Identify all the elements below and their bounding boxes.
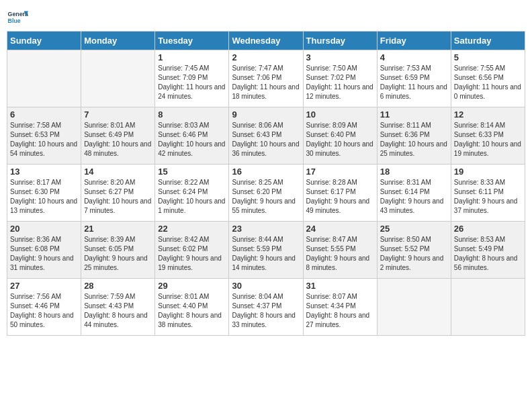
page-header: General Blue — [7, 7, 525, 28]
calendar-week-5: 27Sunrise: 7:56 AM Sunset: 4:46 PM Dayli… — [7, 279, 525, 336]
day-number: 18 — [380, 167, 448, 177]
calendar: SundayMondayTuesdayWednesdayThursdayFrid… — [7, 31, 525, 336]
calendar-cell: 24Sunrise: 8:47 AM Sunset: 5:55 PM Dayli… — [303, 222, 377, 279]
calendar-cell — [451, 279, 525, 336]
calendar-cell — [81, 50, 155, 107]
calendar-cell — [377, 279, 451, 336]
cell-info: Sunrise: 8:04 AM Sunset: 4:37 PM Dayligh… — [232, 292, 300, 330]
calendar-cell: 18Sunrise: 8:31 AM Sunset: 6:14 PM Dayli… — [377, 165, 451, 222]
calendar-cell: 8Sunrise: 8:03 AM Sunset: 6:46 PM Daylig… — [155, 107, 229, 165]
cell-info: Sunrise: 8:28 AM Sunset: 6:17 PM Dayligh… — [306, 178, 374, 216]
cell-info: Sunrise: 8:07 AM Sunset: 4:34 PM Dayligh… — [306, 292, 374, 330]
cell-info: Sunrise: 8:06 AM Sunset: 6:43 PM Dayligh… — [232, 121, 300, 158]
calendar-cell: 21Sunrise: 8:39 AM Sunset: 6:05 PM Dayli… — [81, 222, 155, 279]
calendar-cell: 14Sunrise: 8:20 AM Sunset: 6:27 PM Dayli… — [81, 165, 155, 222]
calendar-cell: 3Sunrise: 7:50 AM Sunset: 7:02 PM Daylig… — [303, 50, 377, 107]
logo-icon: General Blue — [7, 7, 28, 28]
cell-info: Sunrise: 7:59 AM Sunset: 4:43 PM Dayligh… — [84, 292, 152, 330]
cell-info: Sunrise: 8:22 AM Sunset: 6:24 PM Dayligh… — [158, 178, 226, 216]
day-number: 8 — [158, 109, 226, 120]
calendar-cell: 11Sunrise: 8:11 AM Sunset: 6:36 PM Dayli… — [377, 107, 451, 165]
cell-info: Sunrise: 8:47 AM Sunset: 5:55 PM Dayligh… — [306, 235, 374, 273]
calendar-week-1: 1Sunrise: 7:45 AM Sunset: 7:09 PM Daylig… — [7, 50, 525, 107]
cell-info: Sunrise: 8:36 AM Sunset: 6:08 PM Dayligh… — [10, 235, 78, 273]
day-number: 23 — [232, 224, 300, 234]
cell-info: Sunrise: 7:58 AM Sunset: 6:53 PM Dayligh… — [10, 121, 78, 158]
cell-info: Sunrise: 8:31 AM Sunset: 6:14 PM Dayligh… — [380, 178, 448, 216]
cell-info: Sunrise: 7:47 AM Sunset: 7:06 PM Dayligh… — [232, 64, 300, 101]
logo: General Blue — [7, 7, 28, 28]
calendar-cell: 30Sunrise: 8:04 AM Sunset: 4:37 PM Dayli… — [229, 279, 303, 336]
cell-info: Sunrise: 8:42 AM Sunset: 6:02 PM Dayligh… — [158, 235, 226, 273]
day-header-saturday: Saturday — [451, 32, 525, 50]
cell-info: Sunrise: 8:01 AM Sunset: 6:49 PM Dayligh… — [84, 121, 152, 158]
day-number: 13 — [10, 167, 78, 177]
calendar-header-row: SundayMondayTuesdayWednesdayThursdayFrid… — [7, 32, 525, 50]
day-number: 19 — [454, 167, 522, 177]
calendar-cell: 25Sunrise: 8:50 AM Sunset: 5:52 PM Dayli… — [377, 222, 451, 279]
cell-info: Sunrise: 7:55 AM Sunset: 6:56 PM Dayligh… — [454, 64, 522, 101]
cell-info: Sunrise: 8:20 AM Sunset: 6:27 PM Dayligh… — [84, 178, 152, 216]
cell-info: Sunrise: 8:14 AM Sunset: 6:33 PM Dayligh… — [454, 121, 522, 158]
day-header-thursday: Thursday — [303, 32, 377, 50]
day-number: 16 — [232, 167, 300, 177]
calendar-cell: 5Sunrise: 7:55 AM Sunset: 6:56 PM Daylig… — [451, 50, 525, 107]
calendar-cell: 2Sunrise: 7:47 AM Sunset: 7:06 PM Daylig… — [229, 50, 303, 107]
calendar-cell: 7Sunrise: 8:01 AM Sunset: 6:49 PM Daylig… — [81, 107, 155, 165]
calendar-cell: 1Sunrise: 7:45 AM Sunset: 7:09 PM Daylig… — [155, 50, 229, 107]
day-number: 12 — [454, 109, 522, 120]
day-number: 7 — [84, 109, 152, 120]
calendar-cell: 15Sunrise: 8:22 AM Sunset: 6:24 PM Dayli… — [155, 165, 229, 222]
calendar-week-4: 20Sunrise: 8:36 AM Sunset: 6:08 PM Dayli… — [7, 222, 525, 279]
calendar-cell: 31Sunrise: 8:07 AM Sunset: 4:34 PM Dayli… — [303, 279, 377, 336]
day-number: 1 — [158, 52, 226, 62]
day-number: 17 — [306, 167, 374, 177]
calendar-cell: 23Sunrise: 8:44 AM Sunset: 5:59 PM Dayli… — [229, 222, 303, 279]
calendar-cell: 6Sunrise: 7:58 AM Sunset: 6:53 PM Daylig… — [7, 107, 81, 165]
day-number: 21 — [84, 224, 152, 234]
cell-info: Sunrise: 8:50 AM Sunset: 5:52 PM Dayligh… — [380, 235, 448, 273]
calendar-cell: 17Sunrise: 8:28 AM Sunset: 6:17 PM Dayli… — [303, 165, 377, 222]
calendar-cell: 10Sunrise: 8:09 AM Sunset: 6:40 PM Dayli… — [303, 107, 377, 165]
day-number: 9 — [232, 109, 300, 120]
cell-info: Sunrise: 8:01 AM Sunset: 4:40 PM Dayligh… — [158, 292, 226, 330]
day-number: 5 — [454, 52, 522, 62]
day-number: 28 — [84, 281, 152, 291]
day-number: 27 — [10, 281, 78, 291]
cell-info: Sunrise: 8:39 AM Sunset: 6:05 PM Dayligh… — [84, 235, 152, 273]
cell-info: Sunrise: 8:33 AM Sunset: 6:11 PM Dayligh… — [454, 178, 522, 216]
day-number: 20 — [10, 224, 78, 234]
calendar-cell: 26Sunrise: 8:53 AM Sunset: 5:49 PM Dayli… — [451, 222, 525, 279]
calendar-cell: 16Sunrise: 8:25 AM Sunset: 6:20 PM Dayli… — [229, 165, 303, 222]
calendar-cell — [7, 50, 81, 107]
day-number: 22 — [158, 224, 226, 234]
day-number: 25 — [380, 224, 448, 234]
day-number: 29 — [158, 281, 226, 291]
calendar-cell: 20Sunrise: 8:36 AM Sunset: 6:08 PM Dayli… — [7, 222, 81, 279]
cell-info: Sunrise: 7:45 AM Sunset: 7:09 PM Dayligh… — [158, 64, 226, 101]
calendar-cell: 19Sunrise: 8:33 AM Sunset: 6:11 PM Dayli… — [451, 165, 525, 222]
day-number: 14 — [84, 167, 152, 177]
cell-info: Sunrise: 8:44 AM Sunset: 5:59 PM Dayligh… — [232, 235, 300, 273]
day-header-friday: Friday — [377, 32, 451, 50]
cell-info: Sunrise: 7:50 AM Sunset: 7:02 PM Dayligh… — [306, 64, 374, 101]
calendar-cell: 4Sunrise: 7:53 AM Sunset: 6:59 PM Daylig… — [377, 50, 451, 107]
day-header-tuesday: Tuesday — [155, 32, 229, 50]
day-number: 4 — [380, 52, 448, 62]
svg-text:Blue: Blue — [8, 17, 21, 24]
day-number: 10 — [306, 109, 374, 120]
calendar-cell: 28Sunrise: 7:59 AM Sunset: 4:43 PM Dayli… — [81, 279, 155, 336]
calendar-cell: 9Sunrise: 8:06 AM Sunset: 6:43 PM Daylig… — [229, 107, 303, 165]
day-number: 2 — [232, 52, 300, 62]
day-number: 31 — [306, 281, 374, 291]
day-number: 26 — [454, 224, 522, 234]
cell-info: Sunrise: 8:25 AM Sunset: 6:20 PM Dayligh… — [232, 178, 300, 216]
day-number: 24 — [306, 224, 374, 234]
cell-info: Sunrise: 8:11 AM Sunset: 6:36 PM Dayligh… — [380, 121, 448, 158]
calendar-week-2: 6Sunrise: 7:58 AM Sunset: 6:53 PM Daylig… — [7, 107, 525, 165]
calendar-cell: 22Sunrise: 8:42 AM Sunset: 6:02 PM Dayli… — [155, 222, 229, 279]
day-number: 11 — [380, 109, 448, 120]
day-header-sunday: Sunday — [7, 32, 81, 50]
day-number: 30 — [232, 281, 300, 291]
day-number: 3 — [306, 52, 374, 62]
